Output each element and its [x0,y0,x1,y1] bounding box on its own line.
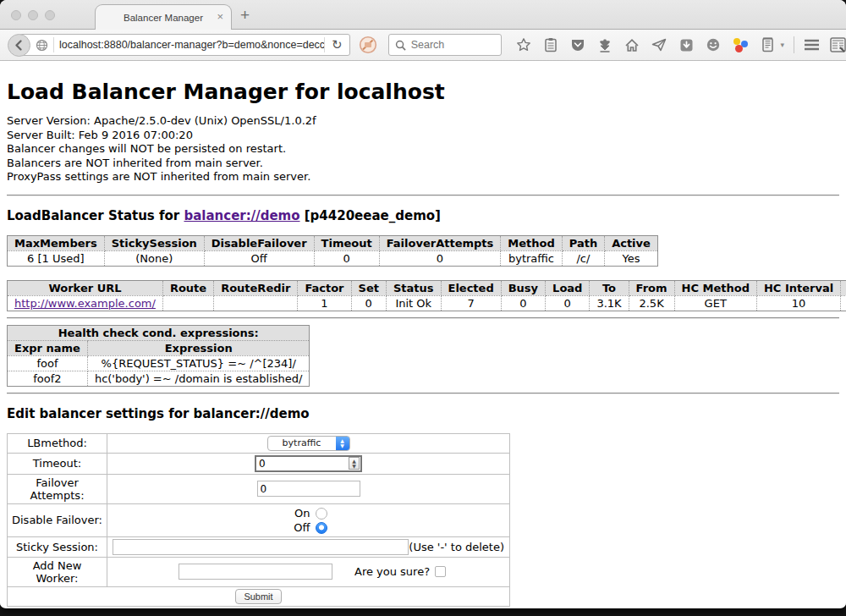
balancer-settings-form: LBmethod: bytraffic ▲▼ Timeout: ▲▼ [7,433,510,607]
globe-icon [36,39,48,52]
sticky-delete-hint: (Use '-' to delete) [409,541,506,553]
back-arrow-icon [13,39,25,52]
bookmark-star-icon[interactable] [516,37,532,53]
disable-failover-off-radio[interactable] [316,522,327,534]
window-close-button[interactable] [11,10,21,20]
expr-row: foof %{REQUEST_STATUS} =~ /^[234]/ [8,355,310,371]
submit-button[interactable]: Submit [235,589,281,604]
radio-on-label: On [290,506,310,520]
chevron-down-icon[interactable]: ▾ [781,41,785,49]
reload-button[interactable]: ↻ [324,37,349,52]
toolbar-separator [794,36,794,53]
are-you-sure-checkbox[interactable] [435,566,446,577]
new-tab-button[interactable]: + [240,7,250,23]
tab-bar: Balancer Manager × + [0,0,846,30]
form-row-add-worker: Add New Worker: Are you sure? [8,557,510,586]
add-worker-input[interactable] [179,564,332,580]
edit-settings-heading: Edit balancer settings for balancer://de… [7,406,839,421]
reading-list-icon[interactable] [543,37,559,53]
pagesource-grid-icon[interactable] [830,37,846,53]
table-title-row: Health check cond. expressions: [8,325,310,340]
divider [7,195,839,196]
search-bar[interactable]: Search [388,34,502,56]
status-heading-prefix: LoadBalancer Status for [7,208,184,223]
menu-hamburger-icon[interactable] [804,37,820,53]
url-text[interactable]: localhost:8880/balancer-manager?b=demo&n… [59,39,324,51]
home-icon[interactable] [624,37,640,53]
lbmethod-select[interactable]: bytraffic ▲▼ [267,436,350,451]
sticky-session-input[interactable] [113,539,409,555]
number-spinner-icon[interactable]: ▲▼ [349,457,360,470]
urlbar-divider [53,37,54,52]
downloads-icon[interactable] [597,37,613,53]
timeout-input[interactable] [256,458,349,470]
search-icon [395,40,406,51]
window-zoom-button[interactable] [45,10,55,20]
col-timeout: Timeout [314,235,379,250]
persist-note-line: Balancer changes will NOT be persisted o… [7,142,839,157]
worker-row: http://www.example.com/ 1 0 Init Ok 7 0 … [8,295,846,311]
balancer-link[interactable]: balancer://demo [184,208,299,223]
divider [7,393,839,394]
url-bar[interactable]: localhost:8880/balancer-manager?b=demo&n… [19,34,350,56]
table-header-row: Worker URL Route RouteRedir Factor Set S… [8,280,846,295]
save-page-icon[interactable] [678,37,695,53]
form-row-disable-failover: Disable Failover: On Off [8,503,510,536]
col-worker-url: Worker URL [8,280,163,295]
failover-attempts-input[interactable] [257,481,360,497]
worker-url-link[interactable]: http://www.example.com/ [14,297,156,310]
inherit-note-line: Balancers are NOT inherited from main se… [7,157,839,171]
extension-colordots-icon[interactable] [733,37,749,53]
page-title: Load Balancer Manager for localhost [7,80,839,104]
radio-off-label: Off [290,520,310,535]
server-info: Server Version: Apache/2.5.0-dev (Unix) … [7,114,839,184]
add-worker-label: Add New Worker: [8,557,107,586]
col-failoverattempts: FailoverAttempts [379,235,501,250]
search-input[interactable]: Search [411,39,445,51]
col-maxmembers: MaxMembers [8,235,105,250]
balancer-status-heading: LoadBalancer Status for balancer://demo … [7,208,839,223]
divider [7,317,839,319]
select-stepper-icon: ▲▼ [336,437,349,450]
health-check-table: Health check cond. expressions: Expr nam… [7,325,310,387]
status-heading-suffix: [p4420eeae_demo] [300,208,441,223]
table-header-row: MaxMembers StickySession DisableFailover… [8,235,658,250]
failover-attempts-label: Failover Attempts: [8,474,107,503]
tab-title: Balancer Manager [124,13,203,23]
window-minimize-button[interactable] [28,10,38,20]
table-header-row: Expr name Expression [8,340,310,355]
browser-tab[interactable]: Balancer Manager × [95,4,232,30]
lbmethod-label: LBmethod: [8,433,107,453]
col-path: Path [562,235,604,250]
server-built-line: Server Built: Feb 9 2016 07:00:20 [7,129,839,143]
back-button[interactable] [8,34,30,57]
feedback-smiley-icon[interactable] [706,37,722,53]
col-active: Active [605,235,658,250]
window-controls [11,10,55,20]
server-version-line: Server Version: Apache/2.5.0-dev (Unix) … [7,114,839,129]
container-notebook-icon[interactable] [760,37,776,53]
col-disablefailover: DisableFailover [204,235,314,250]
form-row-failover: Failover Attempts: [8,474,510,503]
proxypass-note-line: ProxyPass settings are NOT inherited fro… [7,170,839,184]
col-expression: Expression [87,340,310,355]
navigation-toolbar: localhost:8880/balancer-manager?b=demo&n… [0,30,846,61]
pocket-icon[interactable] [570,37,586,53]
timeout-field-wrap: ▲▼ [255,455,362,472]
send-tab-icon[interactable] [651,37,667,53]
sticky-session-label: Sticky Session: [8,536,107,557]
col-expr-name: Expr name [8,340,88,355]
balancer-status-table: MaxMembers StickySession DisableFailover… [7,235,658,267]
page-content: Load Balancer Manager for localhost Serv… [0,61,846,608]
disable-failover-on-radio[interactable] [316,508,327,520]
tab-close-icon[interactable]: × [217,11,223,22]
content-block-icon[interactable] [359,36,377,54]
form-row-lbmethod: LBmethod: bytraffic ▲▼ [8,433,510,453]
col-method: Method [501,235,562,250]
worker-table: Worker URL Route RouteRedir Factor Set S… [7,280,846,311]
timeout-label: Timeout: [8,453,107,474]
toolbar-icons: ▾ [516,37,785,53]
disable-failover-label: Disable Failover: [8,503,107,536]
lbmethod-selected-value: bytraffic [268,437,336,450]
form-row-submit: Submit [8,586,510,606]
